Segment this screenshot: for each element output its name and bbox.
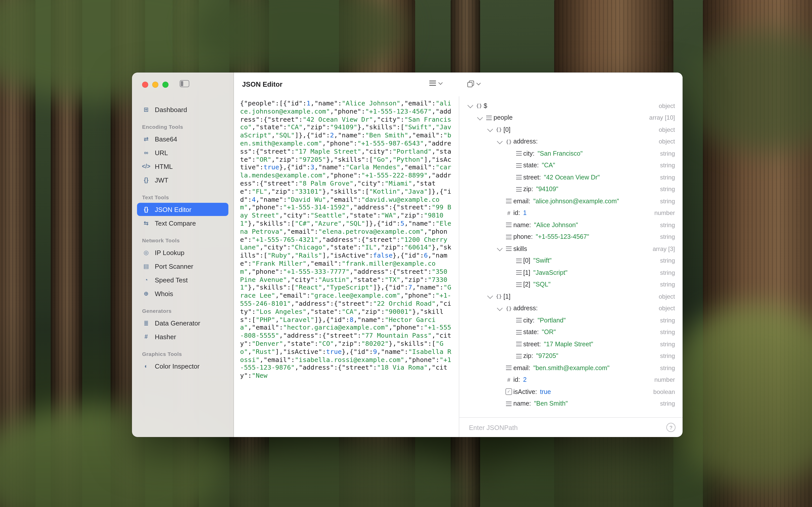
sidebar-item-speed-test[interactable]: ◔Speed Test [137, 273, 229, 286]
tree-type-label: string [656, 400, 675, 407]
close-button[interactable] [142, 81, 148, 88]
sidebar-item-port-scanner[interactable]: ▤Port Scanner [137, 260, 229, 273]
page-title: JSON Editor [242, 80, 283, 88]
tree-row[interactable]: {}address:object [459, 135, 682, 148]
tree-key: [0] [523, 257, 530, 265]
sidebar-item-label: Base64 [155, 135, 177, 143]
tree-value: "+1-555-123-4567" [536, 233, 589, 240]
string-lines-icon [514, 163, 523, 168]
tree-row[interactable]: city:"Portland"string [459, 314, 682, 326]
tree-row[interactable]: name:"Ben Smith"string [459, 398, 682, 410]
tree-value: "CA" [542, 162, 555, 169]
chevron-down-icon[interactable] [466, 104, 474, 108]
string-lines-icon [504, 223, 513, 227]
tree-row[interactable]: {}$object [459, 100, 682, 112]
format-lines-icon [429, 80, 436, 86]
tree-row[interactable]: street:"17 Maple Street"string [459, 338, 682, 350]
tree-key: city: [523, 317, 535, 324]
tree-value: "Alice Johnson" [534, 222, 578, 229]
sidebar-item-label: Port Scanner [155, 262, 193, 270]
tree-row[interactable]: email:"ben.smith@example.com"string [459, 362, 682, 374]
tree-type-label: object [655, 138, 675, 145]
jwt-braces-icon: {} [142, 177, 151, 183]
tree-row[interactable]: street:"42 Ocean View Dr"string [459, 171, 682, 183]
tree-row[interactable]: #id:1number [459, 207, 682, 219]
chevron-down-icon[interactable] [486, 128, 494, 131]
sidebar-item-label: JSON Editor [155, 206, 192, 213]
format-menu-button[interactable] [428, 79, 443, 87]
tree-key: $ [484, 102, 487, 110]
tree-key: [0] [503, 126, 511, 133]
number-hash-icon: # [504, 377, 513, 383]
tree-row[interactable]: peoplearray [10] [459, 112, 682, 124]
tree-type-label: object [655, 293, 675, 300]
tree-row[interactable]: [1]"JavaScript"string [459, 267, 682, 279]
tree-row[interactable]: email:"alice.johnson@example.com"string [459, 195, 682, 207]
sidebar-item-ip-lookup[interactable]: ◎IP Lookup [137, 246, 229, 259]
string-lines-icon [514, 354, 523, 358]
sidebar-item-text-compare[interactable]: ⇆Text Compare [137, 217, 229, 230]
sidebar-item-data-generator[interactable]: ≣Data Generator [137, 316, 229, 330]
tree-value: "SQL" [534, 281, 551, 288]
tree-value: 1 [523, 210, 526, 217]
sidebar-item-dashboard[interactable]: ⊞Dashboard [137, 103, 229, 116]
copy-menu-button[interactable] [466, 79, 481, 88]
minimize-button[interactable] [152, 81, 158, 88]
string-lines-icon [514, 259, 523, 263]
tree-key: phone: [513, 233, 532, 240]
tree-row[interactable]: zip:"97205"string [459, 350, 682, 362]
jsonpath-input[interactable] [468, 423, 666, 432]
tree-row[interactable]: phone:"+1-555-123-4567"string [459, 231, 682, 243]
tree-row[interactable]: state:"OR"string [459, 326, 682, 338]
chevron-down-icon[interactable] [486, 294, 494, 298]
tree-row[interactable]: name:"Alice Johnson"string [459, 219, 682, 231]
string-lines-icon [514, 175, 523, 180]
zoom-button[interactable] [162, 81, 168, 88]
tree-row[interactable]: [2]"SQL"string [459, 279, 682, 290]
tree-value: "ben.smith@example.com" [534, 364, 610, 372]
tree-key: [1] [523, 269, 530, 276]
tree-row[interactable]: [0]"Swift"string [459, 255, 682, 267]
sidebar-item-url[interactable]: ∞URL [137, 146, 229, 159]
tree-row[interactable]: city:"San Francisco"string [459, 148, 682, 160]
tree-key: city: [523, 150, 535, 157]
ip-lookup-icon: ◎ [142, 249, 151, 256]
chevron-down-icon[interactable] [496, 247, 504, 251]
boolean-checkbox-icon: ✓ [504, 389, 513, 395]
sidebar-item-label: IP Lookup [155, 249, 185, 256]
tree-row[interactable]: {}[1]object [459, 290, 682, 302]
tree-type-label: object [655, 102, 675, 110]
tree-row[interactable]: {}[0]object [459, 124, 682, 135]
sidebar-item-hasher[interactable]: #Hasher [137, 330, 229, 343]
tree-value: "Swift" [534, 257, 552, 265]
sidebar-item-json-editor[interactable]: {}JSON Editor [137, 203, 229, 216]
chevron-down-icon[interactable] [496, 140, 504, 144]
help-icon[interactable]: ? [666, 423, 675, 432]
tree-type-label: array [10] [645, 114, 675, 121]
tree-row[interactable]: skillsarray [3] [459, 243, 682, 255]
json-editor-text[interactable]: {"people":[{"id":1,"name":"Alice Johnson… [234, 96, 459, 380]
tree-type-label: string [656, 162, 675, 169]
chevron-down-icon[interactable] [496, 306, 504, 310]
tree-row[interactable]: #id:2number [459, 374, 682, 386]
chevron-down-icon[interactable] [476, 116, 485, 120]
tree-row[interactable]: {}address:object [459, 302, 682, 314]
tree-type-label: string [656, 233, 675, 240]
tree-row[interactable]: state:"CA"string [459, 160, 682, 171]
sidebar-item-html[interactable]: </>HTML [137, 160, 229, 173]
sidebar-item-jwt[interactable]: {}JWT [137, 173, 229, 186]
string-lines-icon [514, 271, 523, 275]
sidebar-item-base64[interactable]: ⇄Base64 [137, 132, 229, 146]
sidebar-item-whois[interactable]: ⊕Whois [137, 287, 229, 300]
sidebar: ⊞DashboardEncoding Tools⇄Base64∞URL</>HT… [132, 72, 234, 437]
string-lines-icon [514, 318, 523, 323]
tree-key: email: [513, 198, 530, 205]
sidebar-item-label: Hasher [155, 333, 176, 340]
sidebar-item-color-inspector[interactable]: ◐Color Inspector [137, 359, 229, 373]
sidebar-toggle-button[interactable] [180, 80, 189, 89]
tree-row[interactable]: zip:"94109"string [459, 183, 682, 195]
tree-row[interactable]: ✓isActive:trueboolean [459, 386, 682, 398]
hash-icon: # [142, 334, 151, 340]
traffic-lights [142, 81, 168, 88]
sidebar-item-label: HTML [155, 163, 173, 170]
